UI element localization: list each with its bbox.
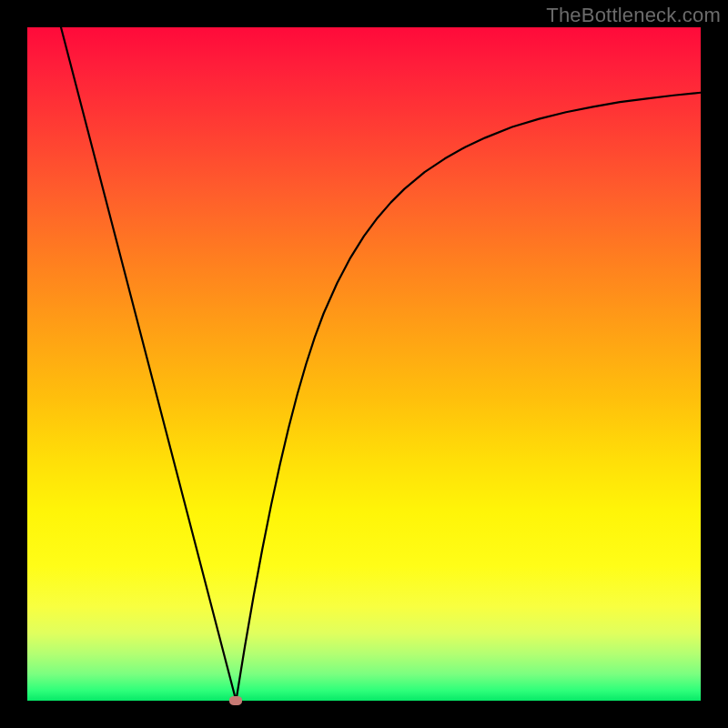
plot-area: [27, 27, 701, 701]
chart-frame: TheBottleneck.com: [0, 0, 728, 728]
watermark-text: TheBottleneck.com: [546, 4, 721, 27]
curve-svg: [27, 27, 701, 701]
minimum-marker: [229, 696, 242, 705]
bottleneck-curve: [61, 27, 701, 701]
